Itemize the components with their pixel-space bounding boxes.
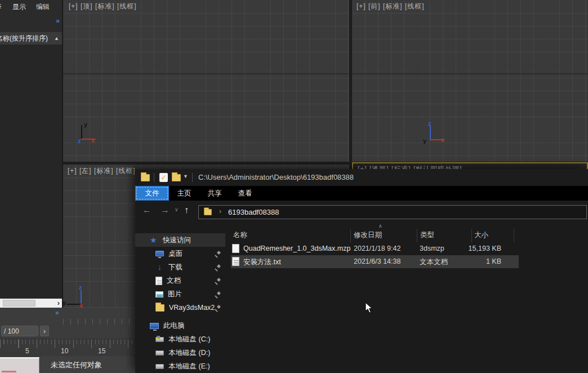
file-row-install-txt[interactable]: 安装方法.txt 2021/6/3 14:38 文本文档 1 KB xyxy=(231,255,519,268)
pictures-icon xyxy=(155,291,163,297)
scrollbar-right-arrow[interactable]: › xyxy=(57,299,60,308)
file-row-quadremesher[interactable]: QuadRemesher_1.0_3dsMax.mzp 2021/1/18 9:… xyxy=(231,242,519,255)
column-type[interactable]: 类型 xyxy=(420,230,434,240)
sort-header[interactable]: 名称(按升序排序) ▲ xyxy=(0,32,62,45)
horizontal-scrollbar[interactable]: › xyxy=(0,299,62,308)
panel-splitter[interactable] xyxy=(62,0,63,318)
file-icon-mzp xyxy=(232,244,239,253)
scrollbar-thumb[interactable] xyxy=(3,300,35,307)
scene-explorer-list[interactable] xyxy=(0,45,62,299)
axis-tripod-top-view: y x z xyxy=(79,121,118,146)
sidebar-item-downloads[interactable]: ↓ 下载 xyxy=(135,260,225,274)
pin-icon xyxy=(215,291,221,297)
sidebar-item-desktop[interactable]: 桌面 xyxy=(135,247,225,260)
column-size[interactable]: 大小 xyxy=(474,230,488,240)
viewport-front-label[interactable]: [+] [前] [标准] [线框] xyxy=(357,2,425,11)
file-size: 1 KB xyxy=(445,257,501,265)
axis-y-label: y xyxy=(423,137,426,144)
column-separator[interactable] xyxy=(471,229,472,242)
file-name[interactable]: QuadRemesher_1.0_3dsMax.mzp xyxy=(243,245,350,252)
up-button[interactable]: ↑ xyxy=(184,205,189,215)
sidebar-item-drive-c[interactable]: 本地磁盘 (C:) xyxy=(135,332,225,346)
panel-bottom-chevron[interactable]: » xyxy=(55,309,59,317)
pin-icon xyxy=(215,251,221,257)
file-type: 3dsmzp xyxy=(420,245,444,252)
column-separator[interactable] xyxy=(514,229,514,242)
breadcrumb-chevron[interactable]: › xyxy=(219,207,221,215)
sidebar-item-label: 下载 xyxy=(168,263,182,272)
sidebar-item-label: 图片 xyxy=(168,290,182,299)
qat-dropdown-icon[interactable]: ▼ xyxy=(183,174,188,179)
new-folder-icon[interactable] xyxy=(172,174,181,181)
frame-number-field[interactable]: / 100 xyxy=(1,326,38,336)
ribbon-tabs: 文件 主页 共享 查看 xyxy=(135,186,588,201)
sidebar-item-label: 本地磁盘 (C:) xyxy=(168,335,210,344)
menu-display[interactable]: 显示 xyxy=(12,2,26,12)
forward-button[interactable]: → xyxy=(161,205,170,215)
sidebar-item-drive-d[interactable]: 本地磁盘 (D:) xyxy=(135,346,225,359)
menu-select-partial[interactable]: 择 xyxy=(0,2,2,12)
tab-share[interactable]: 共享 xyxy=(199,186,230,201)
sidebar-item-vray-folder[interactable]: VRay3dsMax20 xyxy=(135,301,225,314)
status-message: 未选定任何对象 xyxy=(51,360,102,370)
file-date: 2021/6/3 14:38 xyxy=(354,257,400,265)
sidebar-item-pictures[interactable]: 图片 xyxy=(135,287,225,301)
maxscript-mini-listener[interactable] xyxy=(0,357,39,373)
pin-icon xyxy=(215,305,221,311)
viewport-front[interactable]: [+] [前] [标准] [线框] z x y xyxy=(352,0,588,162)
properties-check-icon[interactable]: ✓ xyxy=(159,173,168,182)
frame-spinner-button[interactable]: › xyxy=(40,326,49,336)
axis-x-label: x xyxy=(91,137,95,144)
back-button[interactable]: ← xyxy=(142,205,152,215)
explorer-app-icon xyxy=(141,174,150,181)
sidebar-item-documents[interactable]: 文档 xyxy=(135,274,225,287)
toolbar-overflow-chevron[interactable]: » xyxy=(56,17,60,25)
viewport-top-label[interactable]: [+] [顶] [标准] [线框] xyxy=(69,2,137,11)
breadcrumb[interactable]: 6193badf08388 xyxy=(228,208,279,216)
screen: [+] [顶] [标准] [线框] y x z 上 北 南 西 东 xyxy=(0,0,588,373)
sidebar-item-drive-e[interactable]: 本地磁盘 (E:) xyxy=(135,359,225,373)
column-name[interactable]: 名称 xyxy=(233,230,247,240)
sidebar-item-label: 本地磁盘 (D:) xyxy=(168,348,210,358)
scene-explorer-menubar: 择 显示 编辑 xyxy=(0,0,62,12)
column-separator[interactable] xyxy=(350,229,351,242)
sidebar-item-label: 快速访问 xyxy=(163,236,191,245)
file-date: 2021/1/18 9:42 xyxy=(354,245,400,252)
ruler-label: 15 xyxy=(98,347,105,355)
axis-z-label: z xyxy=(78,137,81,144)
menu-edit[interactable]: 编辑 xyxy=(36,2,50,12)
ruler-label: 5 xyxy=(25,347,29,355)
drive-c-icon xyxy=(155,337,164,342)
titlebar-separator xyxy=(154,173,154,182)
axis-y-label: y xyxy=(84,121,87,128)
history-dropdown-icon[interactable]: ∨ xyxy=(175,207,179,212)
sort-caret-icon[interactable]: ∧ xyxy=(378,223,382,229)
axis-tripod-front-view: z x y xyxy=(423,120,462,145)
tab-home[interactable]: 主页 xyxy=(169,186,199,201)
sidebar-item-label: VRay3dsMax20 xyxy=(169,304,215,312)
viewport-left-label[interactable]: [+] [左] [标准] [线框] xyxy=(68,166,136,176)
column-separator[interactable] xyxy=(417,229,417,242)
axis-y-label: y xyxy=(63,299,66,306)
listener-text-fragment xyxy=(2,371,16,372)
sidebar-item-quick-access[interactable]: ★ 快速访问 xyxy=(135,233,225,247)
explorer-titlebar[interactable]: ✓ ▼ C:\Users\Administrator\Desktop\6193b… xyxy=(135,169,588,186)
column-date[interactable]: 修改日期 xyxy=(354,230,382,240)
file-icon-txt xyxy=(232,257,239,266)
file-name[interactable]: 安装方法.txt xyxy=(243,257,281,267)
address-folder-icon xyxy=(204,209,212,215)
window-title-path: C:\Users\Administrator\Desktop\6193badf0… xyxy=(198,173,354,181)
sort-header-label: 名称(按升序排序) xyxy=(0,32,48,45)
titlebar-separator xyxy=(192,173,193,182)
sidebar-item-this-pc[interactable]: 此电脑 xyxy=(135,319,225,332)
tab-view[interactable]: 查看 xyxy=(230,186,260,201)
tab-file[interactable]: 文件 xyxy=(135,186,169,201)
sort-ascending-icon[interactable]: ▲ xyxy=(54,32,59,45)
sidebar-item-label: 本地磁盘 (E:) xyxy=(168,362,210,371)
sidebar-item-label: 桌面 xyxy=(168,249,182,259)
viewport-top[interactable]: [+] [顶] [标准] [线框] y x z 上 北 南 西 东 xyxy=(63,0,349,162)
address-bar[interactable]: › 6193badf08388 xyxy=(198,205,587,219)
download-icon: ↓ xyxy=(155,263,164,272)
axis-z-label: z xyxy=(79,284,82,291)
explorer-navbar: ← → ∨ ↑ › 6193badf08388 xyxy=(135,201,588,222)
